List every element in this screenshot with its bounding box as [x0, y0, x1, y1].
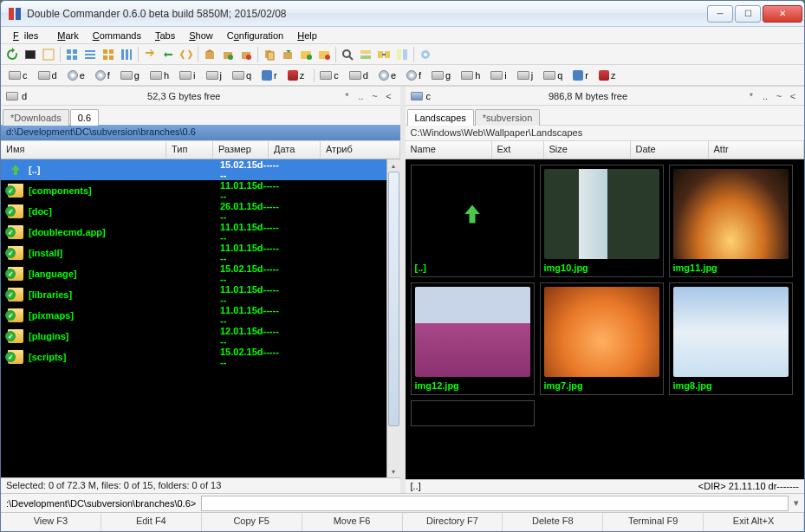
- menu-mark[interactable]: Mark: [52, 29, 83, 42]
- minimize-button[interactable]: ─: [707, 5, 733, 23]
- menu-commands[interactable]: Commands: [88, 29, 146, 42]
- drive-z-right[interactable]: z: [594, 68, 620, 82]
- left-scrollbar[interactable]: ▴▾: [386, 159, 400, 477]
- compare-icon[interactable]: [394, 47, 410, 62]
- right-path[interactable]: C:\Windows\Web\Wallpaper\Landscapes: [406, 125, 805, 140]
- func-button-3[interactable]: Move F6: [302, 513, 403, 531]
- left-tab-downloads[interactable]: *Downloads: [3, 109, 69, 126]
- copy-icon[interactable]: [262, 47, 277, 62]
- close-button[interactable]: ✕: [763, 5, 802, 23]
- file-row[interactable]: [libraries]11.01.15d-------: [1, 284, 400, 305]
- file-row[interactable]: [install]11.01.15d-------: [1, 243, 400, 263]
- drive-f-left[interactable]: f: [91, 68, 114, 82]
- right-thumbnail-grid[interactable]: [..]img10.jpgimg11.jpgimg12.jpgimg7.jpgi…: [406, 159, 805, 479]
- drive-d-right[interactable]: d: [345, 68, 373, 82]
- thumbnail-item[interactable]: img10.jpg: [540, 165, 664, 277]
- multi-rename-icon[interactable]: [358, 47, 373, 62]
- menu-help[interactable]: Help: [292, 29, 322, 42]
- drive-j-left[interactable]: j: [202, 68, 226, 82]
- drive-h-right[interactable]: h: [457, 68, 484, 82]
- target-equal-source-icon[interactable]: [160, 47, 176, 62]
- left-tab-0-6[interactable]: 0.6: [70, 109, 99, 126]
- unpack-icon[interactable]: [220, 47, 236, 62]
- right-tab-subversion[interactable]: *subversion: [475, 109, 540, 126]
- command-input[interactable]: [201, 496, 789, 511]
- func-button-4[interactable]: Directory F7: [403, 513, 503, 531]
- right-home-button[interactable]: ~: [773, 91, 785, 101]
- drive-g-right[interactable]: g: [427, 68, 455, 82]
- func-button-6[interactable]: Terminal F9: [603, 513, 704, 531]
- left-home-button[interactable]: ~: [369, 91, 381, 101]
- file-row[interactable]: [..]15.02.15d-------: [1, 159, 400, 180]
- thumb-view-icon[interactable]: [101, 47, 116, 62]
- drive-z-left[interactable]: z: [283, 68, 309, 82]
- menu-files[interactable]: Files: [8, 29, 49, 42]
- left-column-header[interactable]: Имя Тип Размер Дата Атриб: [1, 140, 400, 159]
- func-button-2[interactable]: Copy F5: [202, 513, 302, 531]
- left-root-button[interactable]: *: [341, 91, 354, 101]
- drive-i-right[interactable]: i: [486, 68, 510, 82]
- drive-f-right[interactable]: f: [402, 68, 425, 82]
- menu-tabs[interactable]: Tabs: [150, 29, 180, 42]
- newfolder-icon[interactable]: [298, 47, 314, 62]
- file-row[interactable]: [plugins]12.01.15d-------: [1, 326, 400, 347]
- grid-view-icon[interactable]: [64, 47, 80, 62]
- left-file-list[interactable]: [..]15.02.15d-------[components]11.01.15…: [1, 159, 400, 477]
- swap-panels-icon[interactable]: [142, 47, 158, 62]
- drive-c-right[interactable]: c: [314, 68, 343, 82]
- pack-icon[interactable]: [202, 47, 217, 62]
- file-row[interactable]: [components]11.01.15d-------: [1, 180, 400, 201]
- drive-g-left[interactable]: g: [116, 68, 144, 82]
- brief-view-icon[interactable]: [41, 47, 56, 62]
- right-back-button[interactable]: <: [787, 91, 799, 101]
- thumbnail-item[interactable]: img11.jpg: [669, 165, 793, 277]
- list-view-icon[interactable]: [82, 47, 98, 62]
- func-button-1[interactable]: Edit F4: [101, 513, 202, 531]
- refresh-icon[interactable]: [4, 47, 20, 62]
- drive-h-left[interactable]: h: [146, 68, 173, 82]
- left-up-button[interactable]: ..: [355, 91, 367, 101]
- maximize-button[interactable]: ☐: [735, 5, 761, 23]
- file-row[interactable]: [pixmaps]11.01.15d-------: [1, 305, 400, 326]
- command-dropdown-icon[interactable]: ▾: [794, 497, 799, 509]
- thumbnail-item[interactable]: img8.jpg: [669, 282, 793, 395]
- file-row[interactable]: [doublecmd.app]11.01.15d-------: [1, 222, 400, 243]
- drive-r-left[interactable]: r: [257, 68, 282, 82]
- func-button-7[interactable]: Exit Alt+X: [704, 513, 804, 531]
- drive-i-left[interactable]: i: [175, 68, 199, 82]
- move-icon[interactable]: [280, 47, 295, 62]
- func-button-0[interactable]: View F3: [1, 513, 101, 531]
- titlebar[interactable]: Double Commander 0.6.0 beta build 5850M;…: [1, 1, 804, 27]
- test-archive-icon[interactable]: [238, 47, 254, 62]
- thumbnail-item[interactable]: img12.jpg: [411, 282, 535, 395]
- right-column-header[interactable]: Name Ext Size Date Attr: [406, 140, 805, 159]
- drive-j-right[interactable]: j: [513, 68, 537, 82]
- terminal-icon[interactable]: [23, 47, 38, 62]
- drive-q-left[interactable]: q: [228, 68, 256, 82]
- file-row[interactable]: [doc]26.01.15d-------: [1, 201, 400, 222]
- right-up-button[interactable]: ..: [759, 91, 771, 101]
- settings-icon[interactable]: [418, 47, 433, 62]
- thumbnail-item[interactable]: [..]: [411, 165, 535, 277]
- search-icon[interactable]: [340, 47, 355, 62]
- func-button-5[interactable]: Delete F8: [503, 513, 603, 531]
- drive-c-left[interactable]: c: [4, 68, 32, 82]
- thumbnail-item[interactable]: [411, 400, 535, 426]
- left-back-button[interactable]: <: [383, 91, 395, 101]
- menu-configuration[interactable]: Configuration: [222, 29, 289, 42]
- left-path[interactable]: d:\Development\DC\subversion\branches\0.…: [1, 125, 400, 140]
- file-row[interactable]: [scripts]15.02.15d-------: [1, 347, 400, 367]
- right-drive-selector[interactable]: c: [411, 91, 432, 101]
- drive-d-left[interactable]: d: [34, 68, 62, 82]
- drive-r-right[interactable]: r: [568, 68, 593, 82]
- right-root-button[interactable]: *: [745, 91, 757, 101]
- file-row[interactable]: [language]15.02.15d-------: [1, 263, 400, 284]
- menu-show[interactable]: Show: [184, 29, 218, 42]
- sync-dirs-icon[interactable]: [376, 47, 392, 62]
- drive-e-left[interactable]: e: [63, 68, 89, 82]
- drive-e-right[interactable]: e: [374, 68, 400, 82]
- left-drive-selector[interactable]: d: [6, 91, 27, 101]
- columns-view-icon[interactable]: [119, 47, 134, 62]
- drive-q-right[interactable]: q: [539, 68, 567, 82]
- delete-icon[interactable]: [316, 47, 332, 62]
